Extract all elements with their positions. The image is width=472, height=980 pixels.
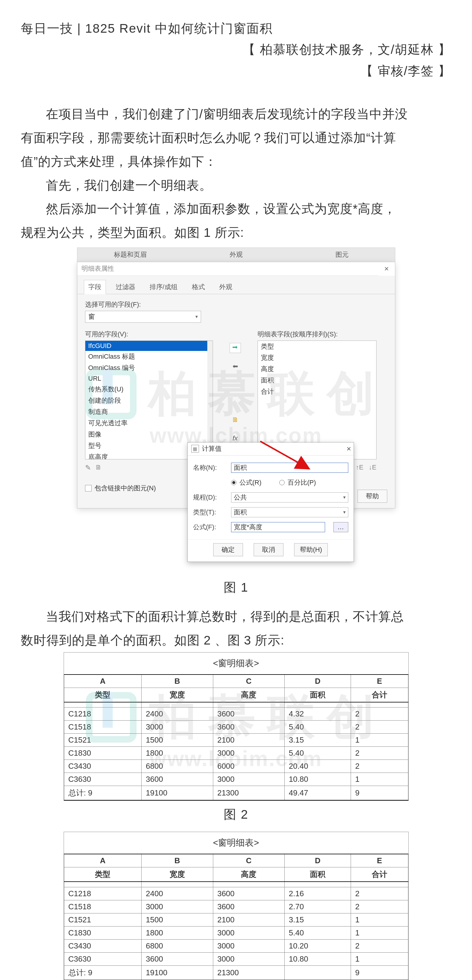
table-cell: C3630: [64, 952, 142, 966]
column-letter: C: [213, 854, 284, 867]
select-field-label: 选择可用的字段(F):: [85, 300, 387, 309]
new-param-button[interactable]: 🗎: [230, 415, 241, 425]
schedule-properties-dialog: 明细表属性 × 字段 过滤器 排序/成组 格式 外观 选择可用的字段(F): 窗…: [77, 262, 395, 508]
table-cell: 1500: [142, 733, 213, 747]
available-fields-listbox[interactable]: IfcGUIDOmniClass 标题OmniClass 编号URL传热系数(U…: [85, 340, 213, 460]
scheduled-field-item[interactable]: 宽度: [258, 352, 376, 363]
formula-value: 宽度*高度: [234, 523, 263, 531]
table-cell: 2100: [213, 733, 284, 747]
column-header: 宽度: [142, 687, 213, 702]
column-letter: D: [285, 854, 351, 867]
scheduled-field-item[interactable]: 面积: [258, 375, 376, 386]
column-header: 类型: [64, 867, 142, 882]
bg-tab-title[interactable]: 标题和页眉: [77, 250, 183, 259]
column-header: 高度: [213, 687, 284, 702]
cancel-button[interactable]: 取消: [254, 543, 284, 556]
name-input[interactable]: 面积: [231, 463, 348, 473]
new-param-icon[interactable]: 🗎: [95, 463, 102, 472]
table-cell: 2.16: [285, 887, 351, 900]
table-cell: C1521: [64, 913, 142, 926]
formula-radio[interactable]: [231, 480, 236, 485]
table-cell: 1800: [142, 747, 213, 760]
dialog-icon: ▦: [191, 445, 199, 453]
table-cell: C1830: [64, 747, 142, 760]
table-row: C1521150021003.151: [64, 913, 408, 926]
table-cell: 3000: [213, 939, 284, 952]
include-linked-checkbox[interactable]: [85, 485, 92, 492]
tab-appearance[interactable]: 外观: [215, 280, 237, 294]
available-field-item[interactable]: 制造商: [85, 406, 213, 417]
column-letter: B: [142, 854, 213, 867]
available-field-item[interactable]: OmniClass 编号: [85, 362, 213, 374]
tab-filter[interactable]: 过滤器: [111, 280, 140, 294]
table-cell: 3000: [213, 747, 284, 760]
available-field-item[interactable]: 图像: [85, 429, 213, 440]
add-field-button[interactable]: ⮕: [230, 343, 241, 353]
close-button[interactable]: ×: [346, 444, 351, 453]
table-cell: C1218: [64, 708, 142, 721]
scheduled-fields-listbox[interactable]: 类型宽度高度面积合计: [258, 340, 376, 460]
byline-reviewer: 【 审核/李签 】: [21, 60, 451, 81]
scheduled-field-item[interactable]: 高度: [258, 363, 376, 375]
table-cell: [285, 966, 351, 980]
schedule-table-fig3: ABCDE类型宽度高度面积合计C1218240036002.162C151830…: [64, 854, 408, 980]
formula-input[interactable]: 宽度*高度: [231, 522, 325, 532]
table-row: C1830180030005.402: [64, 747, 408, 760]
table-cell: 2: [351, 760, 408, 773]
available-fields-label: 可用的字段(V):: [85, 330, 213, 339]
discipline-select[interactable]: 公共▾: [231, 492, 348, 503]
available-field-item[interactable]: IfcGUID: [85, 341, 213, 351]
chevron-down-icon: ▾: [195, 314, 198, 320]
table-row: 总计: 919100213009: [64, 966, 408, 980]
scheduled-field-item[interactable]: 合计: [258, 386, 376, 397]
help-button[interactable]: 帮助(H): [294, 543, 328, 556]
bg-tab-element[interactable]: 图元: [289, 250, 395, 259]
table-cell: C1218: [64, 887, 142, 900]
table-row: C1218240036002.162: [64, 887, 408, 900]
bg-tab-appearance[interactable]: 外观: [183, 250, 289, 259]
formula-radio-label: 公式(R): [239, 478, 262, 487]
paragraph-1c: 值”的方式来处理，具体操作如下：: [21, 150, 451, 173]
remove-field-button[interactable]: ⬅: [230, 361, 241, 371]
available-field-item[interactable]: 可见光透过率: [85, 417, 213, 429]
fx-button[interactable]: fx: [230, 433, 241, 443]
close-button[interactable]: ×: [378, 262, 395, 276]
category-dropdown[interactable]: 窗 ▾: [85, 311, 201, 323]
help-button[interactable]: 帮助: [357, 490, 387, 503]
schedule-title: <窗明细表>: [64, 832, 408, 854]
formula-browse-button[interactable]: …: [333, 522, 348, 532]
ok-button[interactable]: 确定: [213, 543, 243, 556]
table-cell: 2400: [142, 708, 213, 721]
scheduled-field-item[interactable]: 类型: [258, 341, 376, 352]
table-cell: 21300: [213, 966, 284, 980]
table-cell: 1: [351, 733, 408, 747]
figure-2: <窗明细表> ABCDE类型宽度高度面积合计C1218240036004.322…: [21, 652, 451, 801]
edit-icon[interactable]: ✎: [85, 463, 91, 472]
percent-radio[interactable]: [279, 480, 285, 485]
column-header: 宽度: [142, 867, 213, 882]
figure-1-caption: 图 1: [21, 579, 451, 596]
dialog-title: 明细表属性: [81, 264, 114, 273]
move-down-icon[interactable]: ↓E: [369, 463, 376, 471]
table-cell: 1800: [142, 926, 213, 939]
paragraph-1a: 在项目当中，我们创建了门/窗明细表后发现统计的字段当中并没: [21, 102, 451, 126]
available-field-item[interactable]: OmniClass 标题: [85, 351, 213, 362]
type-select[interactable]: 面积▾: [231, 507, 348, 517]
available-field-item[interactable]: 传热系数(U): [85, 383, 213, 395]
figure-1: 柏慕联创 www.lcbim.com 标题和页眉 外观 图元 明细表属性 × 字…: [21, 248, 451, 574]
fx-icon: fx: [233, 434, 238, 442]
tab-sort[interactable]: 排序/成组: [145, 280, 182, 294]
column-letter: E: [351, 854, 408, 867]
available-field-item[interactable]: URL: [85, 374, 213, 383]
table-cell: 1: [351, 913, 408, 926]
available-field-item[interactable]: 创建的阶段: [85, 395, 213, 406]
chevron-down-icon: ▾: [343, 509, 346, 515]
column-letter: A: [64, 675, 142, 688]
table-cell: 1: [351, 773, 408, 786]
tab-format[interactable]: 格式: [187, 280, 209, 294]
tab-fields[interactable]: 字段: [84, 280, 106, 294]
discipline-value: 公共: [234, 493, 247, 502]
move-up-icon[interactable]: ↑E: [356, 463, 364, 471]
scrollbar[interactable]: [207, 341, 213, 459]
table-cell: 20.40: [285, 760, 351, 773]
